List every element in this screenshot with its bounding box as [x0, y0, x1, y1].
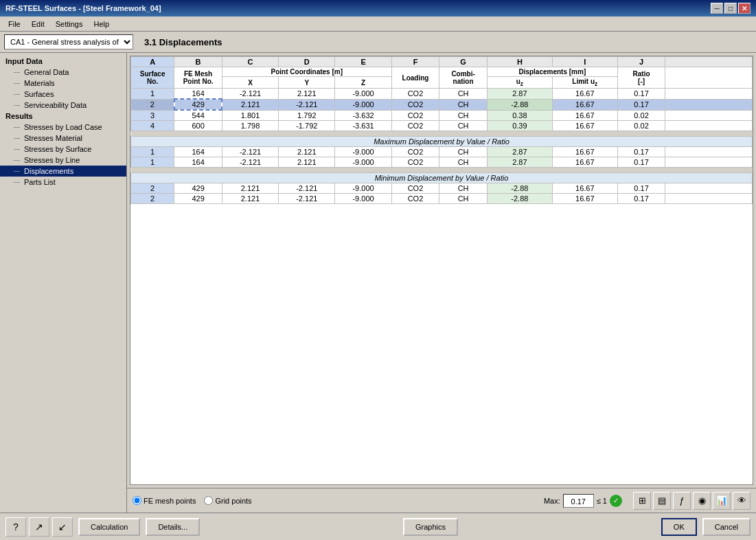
calculation-button[interactable]: Calculation [78, 518, 140, 536]
window-title: RF-STEEL Surfaces - [Steel Framework_04] [5, 4, 161, 12]
import-icon-btn[interactable]: ↙ [52, 517, 73, 537]
sidebar-item-stresses-line[interactable]: Stresses by Line [0, 155, 126, 166]
cell-ratio: 0.17 [617, 89, 665, 100]
maximize-button[interactable]: □ [724, 3, 737, 14]
col-f-letter: F [391, 57, 439, 67]
table-row[interactable]: 1 164 -2.121 2.121 -9.000 CO2 CH 2.87 16… [131, 89, 753, 100]
header-x: X [222, 77, 278, 89]
cell-z: -3.632 [335, 110, 391, 121]
menu-help[interactable]: Help [88, 19, 115, 30]
cell-loading: CO2 [391, 157, 439, 168]
table-icon-btn[interactable]: ▤ [653, 492, 671, 510]
export-icon-btn[interactable]: ↗ [29, 517, 49, 537]
cell-limit: 16.67 [552, 121, 617, 131]
header-row-1: SurfaceNo. FE MeshPoint No. Point Coordi… [131, 67, 753, 77]
cancel-button[interactable]: Cancel [702, 518, 751, 536]
sidebar-item-materials[interactable]: Materials [0, 78, 126, 89]
max-section-label: Maximum Displacement by Value / Ratio [131, 137, 753, 147]
max-group: Max: 0.17 ≤ 1 ✓ [544, 494, 622, 508]
col-h-letter: H [487, 57, 552, 67]
cell-ratio: 0.17 [617, 157, 665, 168]
help-icon-btn[interactable]: ? [5, 517, 26, 537]
cell-combo: CH [439, 183, 488, 194]
cell-ratio: 0.02 [617, 110, 665, 121]
menu-edit[interactable]: Edit [26, 19, 50, 30]
cell-z: -9.000 [335, 183, 391, 194]
menu-file[interactable]: File [3, 19, 26, 30]
sidebar-item-displacements[interactable]: Displacements [0, 166, 126, 177]
table-row[interactable]: 2 429 2.121 -2.121 -9.000 CO2 CH -2.88 1… [131, 183, 753, 194]
menu-settings[interactable]: Settings [50, 19, 89, 30]
cell-mesh-pt: 429 [174, 183, 222, 194]
content-area: Input Data General Data Materials Surfac… [0, 53, 756, 513]
radio-grid-points-input[interactable] [204, 496, 213, 505]
sidebar-item-stresses-surface[interactable]: Stresses by Surface [0, 144, 126, 155]
formula-icon-btn[interactable]: ƒ [673, 492, 691, 510]
ok-button[interactable]: OK [661, 518, 697, 536]
radio-group: FE mesh points Grid points [133, 496, 252, 505]
table-row[interactable]: 1 164 -2.121 2.121 -9.000 CO2 CH 2.87 16… [131, 157, 753, 168]
header-surface-no: SurfaceNo. [131, 67, 174, 89]
spacer-row [131, 168, 753, 173]
cell-mesh-pt: 164 [174, 157, 222, 168]
col-e-letter: E [335, 57, 391, 67]
cell-y: -2.121 [279, 99, 335, 110]
cell-y: -2.121 [279, 183, 335, 194]
radio-fe-mesh[interactable]: FE mesh points [133, 496, 196, 505]
table-row[interactable]: 2 429 2.121 -2.121 -9.000 CO2 CH -2.88 1… [131, 99, 753, 110]
eye-icon-btn[interactable]: 👁 [733, 492, 751, 510]
cell-mesh-pt: 429 [174, 194, 222, 204]
cell-uz: -2.88 [487, 183, 552, 194]
radio-fe-mesh-input[interactable] [133, 496, 141, 505]
cell-loading: CO2 [391, 89, 439, 100]
cell-loading: CO2 [391, 194, 439, 204]
col-i-letter: I [552, 57, 617, 67]
cell-extra [665, 99, 753, 110]
cell-mesh-pt: 429 [174, 99, 222, 110]
cell-mesh-pt: 164 [174, 89, 222, 100]
table-row[interactable]: 1 164 -2.121 2.121 -9.000 CO2 CH 2.87 16… [131, 147, 753, 157]
input-data-label: Input Data [0, 56, 126, 67]
cell-extra [665, 89, 753, 100]
radio-grid-points[interactable]: Grid points [204, 496, 251, 505]
grid-icon-btn[interactable]: ⊞ [633, 492, 651, 510]
sidebar-item-stresses-material[interactable]: Stresses Material [0, 133, 126, 144]
cell-extra [665, 121, 753, 131]
section-title: 3.1 Displacements [144, 37, 222, 47]
cell-combo: CH [439, 157, 488, 168]
cell-loading: CO2 [391, 183, 439, 194]
cell-loading: CO2 [391, 110, 439, 121]
cell-surface: 1 [131, 157, 174, 168]
minimize-button[interactable]: ─ [711, 3, 723, 14]
cell-limit: 16.67 [552, 157, 617, 168]
table-container[interactable]: A B C D E F G H I J [130, 56, 753, 485]
cell-surface: 3 [131, 110, 174, 121]
table-row[interactable]: 4 600 1.798 -1.792 -3.631 CO2 CH 0.39 16… [131, 121, 753, 131]
header-limit-uz: Limit uz [552, 77, 617, 89]
chart-icon-btn[interactable]: 📊 [713, 492, 731, 510]
sidebar-item-surfaces[interactable]: Surfaces [0, 89, 126, 100]
filter-icon-btn[interactable]: ◉ [693, 492, 711, 510]
sidebar-item-general-data[interactable]: General Data [0, 67, 126, 78]
table-row[interactable]: 3 544 1.801 1.792 -3.632 CO2 CH 0.38 16.… [131, 110, 753, 121]
cell-loading: CO2 [391, 121, 439, 131]
close-button[interactable]: ✕ [738, 3, 751, 14]
sidebar-item-parts-list[interactable]: Parts List [0, 177, 126, 188]
max-section-header: Maximum Displacement by Value / Ratio [131, 137, 753, 147]
cell-x: 1.798 [222, 121, 278, 131]
cell-uz: 2.87 [487, 147, 552, 157]
details-button[interactable]: Details... [146, 518, 200, 536]
cell-combo: CH [439, 99, 488, 110]
cell-y: 2.121 [279, 89, 335, 100]
case-dropdown[interactable]: CA1 - General stress analysis of [4, 34, 133, 49]
cell-extra [665, 110, 753, 121]
header-point-coords: Point Coordinates [m] [222, 67, 391, 77]
min-section-header: Minimum Displacement by Value / Ratio [131, 173, 753, 183]
header-uz: uz [487, 77, 552, 89]
cell-extra [665, 147, 753, 157]
sidebar-item-serviceability[interactable]: Serviceability Data [0, 100, 126, 111]
cell-surface: 1 [131, 147, 174, 157]
sidebar-item-stresses-load-case[interactable]: Stresses by Load Case [0, 122, 126, 133]
table-row[interactable]: 2 429 2.121 -2.121 -9.000 CO2 CH -2.88 1… [131, 194, 753, 204]
graphics-button[interactable]: Graphics [403, 518, 458, 536]
